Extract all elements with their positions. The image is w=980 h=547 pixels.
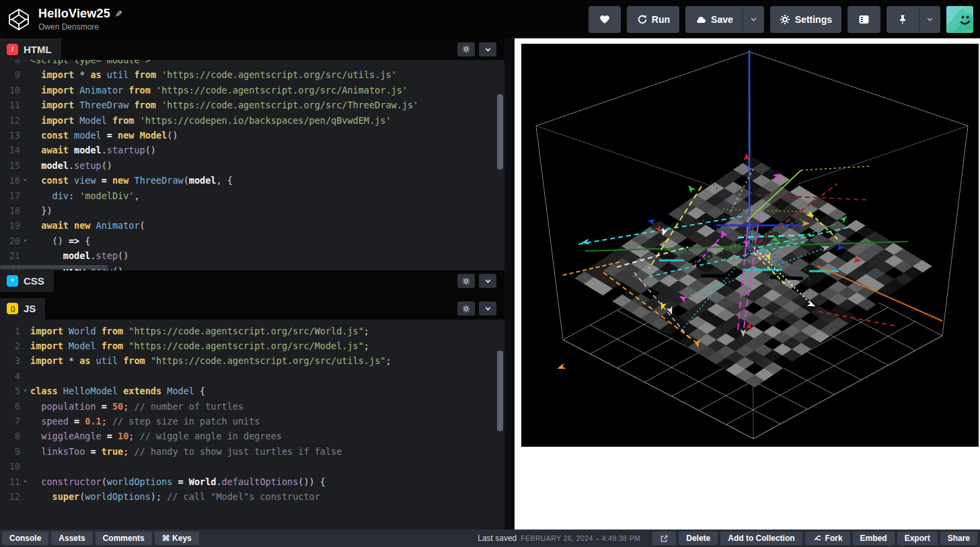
html-collapse-button[interactable] xyxy=(479,42,496,57)
run-refresh-icon xyxy=(636,14,647,25)
preview-pane xyxy=(515,38,980,530)
js-icon: ( ) xyxy=(7,303,18,314)
layout-columns-icon xyxy=(858,14,870,25)
keys-button[interactable]: ⌘ Keys xyxy=(155,532,199,545)
css-settings-button[interactable] xyxy=(457,274,475,288)
footer-bar: Console Assets Comments ⌘ Keys Last save… xyxy=(0,530,980,547)
gear-icon xyxy=(462,305,470,313)
pen-author[interactable]: Owen Densmore xyxy=(38,22,122,32)
html-hscrollbar-thumb[interactable] xyxy=(0,265,108,269)
export-button[interactable]: Export xyxy=(897,532,938,545)
embed-button[interactable]: Embed xyxy=(853,532,895,545)
chevron-down-icon xyxy=(926,15,934,24)
assets-button[interactable]: Assets xyxy=(51,532,92,545)
html-settings-button[interactable] xyxy=(457,42,475,57)
pin-dropdown-button[interactable] xyxy=(919,6,940,33)
preview-canvas[interactable] xyxy=(521,44,979,447)
editor-preview-resizer[interactable] xyxy=(504,38,515,530)
chevron-down-icon xyxy=(484,45,492,54)
html-panel-header: / HTML xyxy=(0,38,504,60)
share-button[interactable]: Share xyxy=(940,532,977,545)
app-header: HelloView25 ✎ Owen Densmore Run Save xyxy=(0,0,980,38)
panel-divider[interactable] xyxy=(0,292,504,298)
pushpin-icon xyxy=(897,14,908,25)
save-dropdown-button[interactable] xyxy=(743,6,764,33)
external-link-icon xyxy=(660,534,669,543)
run-button[interactable]: Run xyxy=(627,6,679,33)
tab-css[interactable]: * CSS xyxy=(0,270,54,292)
codepen-app: HelloView25 ✎ Owen Densmore Run Save xyxy=(0,0,980,547)
html-icon: / xyxy=(7,44,18,55)
css-icon: * xyxy=(7,275,18,287)
pin-button[interactable] xyxy=(887,6,919,33)
css-panel-header: * CSS xyxy=(0,270,504,292)
cloud-icon xyxy=(695,14,706,25)
like-button[interactable] xyxy=(589,6,621,33)
tab-js[interactable]: ( ) JS xyxy=(0,298,45,320)
tab-html[interactable]: / HTML xyxy=(0,38,61,60)
layout-view-button[interactable] xyxy=(847,6,880,33)
html-code-editor[interactable]: 8▾<script type= module >9 import * as ut… xyxy=(0,60,504,270)
heart-icon xyxy=(599,14,610,24)
gear-icon xyxy=(462,45,470,53)
fork-button[interactable]: Fork xyxy=(805,532,850,545)
settings-button[interactable]: Settings xyxy=(770,6,841,33)
js-settings-button[interactable] xyxy=(457,301,475,316)
css-collapse-button[interactable] xyxy=(479,274,496,288)
open-live-view-button[interactable] xyxy=(652,532,676,545)
fork-icon xyxy=(813,534,822,543)
gear-icon xyxy=(780,14,790,25)
codepen-logo-icon[interactable] xyxy=(5,6,32,33)
js-panel-header: ( ) JS xyxy=(0,298,504,320)
last-saved: Last saved FEBRUARY 26, 2024 – 4:49:38 P… xyxy=(468,534,650,543)
edit-title-icon[interactable]: ✎ xyxy=(115,9,122,19)
editor-column: / HTML 8▾<script type= module >9 import … xyxy=(0,38,504,530)
chevron-down-icon xyxy=(484,277,492,285)
add-to-collection-button[interactable]: Add to Collection xyxy=(720,532,802,545)
delete-button[interactable]: Delete xyxy=(679,532,718,545)
pen-title: HelloView25 xyxy=(38,7,110,21)
gear-icon xyxy=(462,277,470,285)
js-collapse-button[interactable] xyxy=(479,301,496,316)
html-scrollbar-thumb[interactable] xyxy=(497,94,503,170)
save-button[interactable]: Save xyxy=(685,6,743,33)
js-code-editor[interactable]: 1import World from "https://code.agentsc… xyxy=(0,320,504,530)
js-scrollbar-thumb[interactable] xyxy=(497,351,503,431)
chevron-down-icon xyxy=(749,15,758,24)
avatar[interactable] xyxy=(946,6,973,33)
console-button[interactable]: Console xyxy=(2,532,48,545)
comments-button[interactable]: Comments xyxy=(96,532,152,545)
chevron-down-icon xyxy=(484,304,492,313)
